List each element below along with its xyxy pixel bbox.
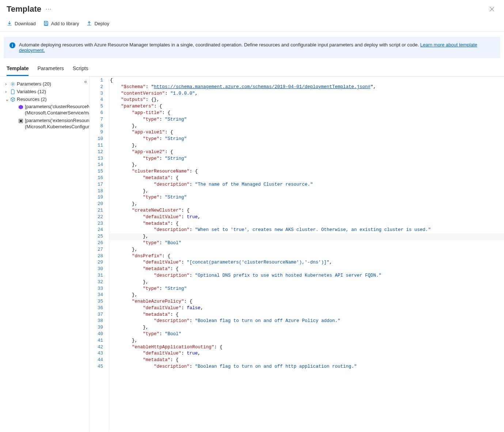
tree-resources[interactable]: ⌄ Resources (2) xyxy=(5,95,89,103)
code-content[interactable]: { "$schema": "https://schema.management.… xyxy=(109,77,504,432)
document-icon xyxy=(10,89,15,94)
info-bar: i Automate deploying resources with Azur… xyxy=(4,37,500,58)
tree-resource-2-line1: [parameters('extensionResourceNa xyxy=(25,118,89,123)
tabs: Template Parameters Scripts xyxy=(0,58,504,76)
aks-icon xyxy=(18,105,23,110)
tab-template[interactable]: Template xyxy=(7,65,29,76)
deploy-button[interactable]: Deploy xyxy=(86,20,109,26)
chevron-right-icon: › xyxy=(5,81,10,87)
download-button[interactable]: Download xyxy=(7,20,36,26)
sidebar-tree: « › Parameters (20) › Variables (12) ⌄ xyxy=(0,76,89,432)
line-number-gutter: 1234567891011121314151617181920212223242… xyxy=(90,77,109,432)
header-bar: Template ··· xyxy=(0,0,504,17)
collapse-sidebar-icon[interactable]: « xyxy=(84,79,87,84)
code-editor[interactable]: 1234567891011121314151617181920212223242… xyxy=(89,76,504,432)
tree-parameters[interactable]: › Parameters (20) xyxy=(5,80,89,88)
chevron-down-icon: ⌄ xyxy=(5,96,10,102)
extension-icon xyxy=(18,118,23,124)
add-to-library-button[interactable]: Add to library xyxy=(43,20,79,26)
close-icon[interactable] xyxy=(486,5,497,13)
info-text-body: Automate deploying resources with Azure … xyxy=(19,42,420,48)
tree-resource-2[interactable]: [parameters('extensionResourceNa (Micros… xyxy=(5,117,89,131)
tree-parameters-label: Parameters (20) xyxy=(17,81,51,87)
deploy-icon xyxy=(86,20,92,26)
download-label: Download xyxy=(15,21,36,26)
tree-resource-2-line2: (Microsoft.KubernetesConfiguratic xyxy=(25,124,89,129)
tab-scripts[interactable]: Scripts xyxy=(73,65,88,76)
gear-icon xyxy=(10,82,15,87)
info-text: Automate deploying resources with Azure … xyxy=(19,42,494,53)
tree-variables[interactable]: › Variables (12) xyxy=(5,88,89,95)
save-icon xyxy=(43,20,49,26)
svg-point-0 xyxy=(12,83,14,85)
add-to-library-label: Add to library xyxy=(51,21,79,26)
svg-marker-1 xyxy=(19,105,23,109)
page-title: Template xyxy=(7,4,41,14)
toolbar: Download Add to library Deploy xyxy=(0,17,504,32)
tree-resource-1-line1: [parameters('clusterResourceName xyxy=(25,104,89,109)
tree-resources-label: Resources (2) xyxy=(17,96,47,102)
svg-rect-3 xyxy=(20,120,22,122)
tree-variables-label: Variables (12) xyxy=(17,89,46,94)
cube-icon xyxy=(10,97,15,102)
deploy-label: Deploy xyxy=(94,21,109,26)
tab-parameters[interactable]: Parameters xyxy=(37,65,64,76)
tree-resource-1-line2: (Microsoft.ContainerService/mana xyxy=(25,110,89,115)
chevron-right-icon: › xyxy=(5,89,10,94)
tree-resource-1[interactable]: [parameters('clusterResourceName (Micros… xyxy=(5,103,89,117)
download-icon xyxy=(7,20,12,26)
info-icon: i xyxy=(10,42,15,48)
more-menu-icon[interactable]: ··· xyxy=(46,6,52,12)
